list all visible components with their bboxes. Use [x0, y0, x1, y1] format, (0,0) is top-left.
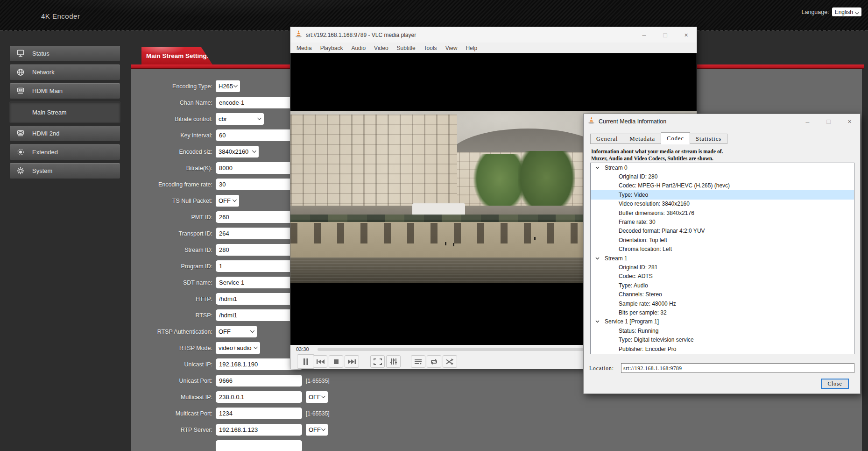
tree-row[interactable]: Decoded format: Planar 4:2:0 YUV [591, 227, 854, 236]
field-encoded-siz-select[interactable]: 3840x2160 [216, 146, 259, 157]
field-label: Unicast Port: [134, 378, 212, 384]
tree-row[interactable]: Status: Running [591, 326, 854, 335]
sidebar-item-system[interactable]: System [9, 163, 120, 179]
tree-row[interactable]: Stream 0 [591, 163, 854, 172]
field-extra-input[interactable] [216, 440, 302, 451]
field-multicast-ip-toggle-select[interactable]: OFF [306, 391, 328, 403]
field-transport-id-input[interactable] [216, 228, 302, 239]
tree-row[interactable]: Video resolution: 3840x2160 [591, 200, 854, 208]
tree-row-text: Type: Digital television service [619, 336, 694, 343]
sidebar-item-status[interactable]: Status [9, 45, 120, 62]
minimize-icon[interactable]: – [797, 115, 818, 129]
sidebar-item-label: Status [32, 50, 49, 57]
tab-main-stream-settings[interactable]: Main Stream Settings [141, 47, 212, 64]
sidebar-item-extended[interactable]: Extended [9, 144, 120, 160]
tree-row[interactable]: Channels: Stereo [591, 290, 854, 299]
field-ts-null-packet-select[interactable]: OFF [216, 195, 239, 207]
field-rtp-server-toggle-select[interactable]: OFF [306, 424, 328, 436]
field-rtp-server-input[interactable] [216, 424, 302, 436]
tree-row[interactable]: Original ID: 280 [591, 172, 854, 181]
tree-row-text: Decoded format: Planar 4:2:0 YUV [619, 228, 705, 234]
tree-row[interactable]: Stream 1 [591, 254, 854, 263]
tree-row[interactable]: Type: Audio [591, 281, 854, 290]
minimize-icon[interactable]: – [634, 28, 655, 42]
next-button[interactable] [345, 355, 359, 368]
dialog-titlebar[interactable]: Current Media Information –□× [584, 114, 860, 129]
field-unicast-ip-input[interactable] [216, 358, 302, 370]
field-sdt-name-input[interactable] [216, 277, 302, 288]
field-label: Bitrate(K): [134, 165, 212, 172]
menu-help[interactable]: Help [461, 45, 481, 51]
close-button[interactable]: Close [821, 379, 849, 389]
sidebar-item-hdmi-2nd[interactable]: HDMI 2nd [9, 125, 120, 142]
tree-row[interactable]: Service 1 [Program 1] [591, 317, 854, 326]
field-rtsp-mode-select[interactable]: video+audio [216, 342, 260, 354]
field-http-input[interactable] [216, 293, 302, 305]
tree-row[interactable]: Original ID: 281 [591, 263, 854, 272]
tree-row[interactable]: Type: Video [591, 190, 854, 199]
tree-row[interactable]: Sample rate: 48000 Hz [591, 299, 854, 308]
video-pedestrian [445, 242, 446, 245]
menu-media[interactable]: Media [292, 45, 316, 51]
language-select[interactable]: English [832, 7, 861, 16]
sidebar-item-network[interactable]: Network [9, 64, 120, 80]
location-input[interactable] [621, 363, 854, 373]
field-stream-id-input[interactable] [216, 244, 302, 256]
pause-button[interactable] [297, 354, 315, 369]
field-encoding-type-select[interactable]: H265 [216, 80, 240, 92]
field-rtsp-authentication-select[interactable]: OFF [216, 326, 257, 337]
field-multicast-ip-input[interactable] [216, 391, 302, 403]
tree-row[interactable]: Buffer dimensions: 3840x2176 [591, 208, 854, 217]
loop-icon [430, 358, 438, 365]
close-icon[interactable]: × [676, 28, 697, 42]
maximize-icon[interactable]: □ [655, 28, 676, 42]
tree-row[interactable]: Chroma location: Left [591, 245, 854, 254]
tab-codec[interactable]: Codec [661, 132, 690, 144]
menu-tools[interactable]: Tools [420, 45, 441, 51]
field-bitrate-control-select[interactable]: cbr [216, 113, 264, 125]
field-label: Encoded siz: [134, 149, 212, 155]
tree-row[interactable]: Frame rate: 30 [591, 217, 854, 226]
menu-view[interactable]: View [441, 45, 462, 51]
field-rtsp-input[interactable] [216, 309, 302, 321]
tree-row[interactable]: Orientation: Top left [591, 236, 854, 244]
field-bitratek-input[interactable] [216, 162, 302, 174]
tree-row-text: Video resolution: 3840x2160 [619, 200, 690, 207]
vlc-titlebar[interactable]: srt://192.168.1.168:9789 - VLC media pla… [290, 27, 697, 43]
playlist-button[interactable] [411, 355, 425, 368]
menu-audio[interactable]: Audio [347, 45, 370, 51]
menu-subtitle[interactable]: Subtitle [393, 45, 420, 51]
sidebar-item-label: HDMI Main [32, 87, 63, 94]
close-icon[interactable]: × [839, 115, 860, 129]
extended-settings-button[interactable] [386, 355, 401, 368]
tab-metadata[interactable]: Metadata [624, 134, 662, 144]
field-pmt-id-input[interactable] [216, 211, 302, 223]
menu-playback[interactable]: Playback [316, 45, 347, 51]
field-key-interval-input[interactable] [216, 129, 302, 141]
field-label: Chan Name: [134, 100, 212, 106]
vlc-cone-icon [295, 30, 302, 40]
tab-general[interactable]: General [590, 134, 624, 144]
field-encoding-frame-rate-input[interactable] [216, 179, 302, 190]
field-chan-name-input[interactable] [216, 97, 302, 108]
field-program-id-input[interactable] [216, 260, 302, 272]
tree-row-text: Frame rate: 30 [619, 219, 656, 225]
sidebar-item-main-stream[interactable]: Main Stream [9, 101, 120, 123]
tree-row[interactable]: Bits per sample: 32 [591, 308, 854, 317]
menu-video[interactable]: Video [370, 45, 392, 51]
stop-button[interactable] [329, 355, 343, 368]
tree-row[interactable]: Type: Digital television service [591, 335, 854, 344]
tree-row[interactable]: Publisher: Encoder Pro [591, 344, 854, 353]
loop-button[interactable] [427, 355, 441, 368]
sidebar-item-hdmi-main[interactable]: HDMI Main [9, 83, 120, 99]
field-multicast-port-input[interactable] [216, 408, 302, 419]
maximize-icon[interactable]: □ [818, 115, 839, 129]
tab-statistics[interactable]: Statistics [690, 134, 727, 144]
previous-button[interactable] [313, 355, 327, 368]
random-button[interactable] [443, 355, 457, 368]
fullscreen-button[interactable] [370, 355, 385, 368]
tree-row[interactable]: Codec: MPEG-H Part2/HEVC (H.265) (hevc) [591, 181, 854, 190]
field-unicast-port-input[interactable] [216, 375, 302, 387]
vlc-menubar: MediaPlaybackAudioVideoSubtitleToolsView… [290, 43, 697, 53]
tree-row[interactable]: Codec: ADTS [591, 272, 854, 281]
